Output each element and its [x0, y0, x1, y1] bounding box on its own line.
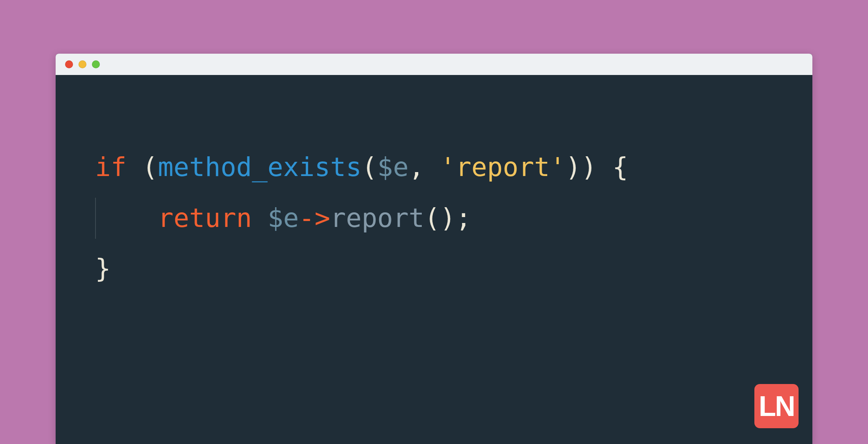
titlebar [56, 54, 812, 75]
variable-e: $e [377, 152, 408, 182]
method-report: report [330, 203, 424, 233]
open-paren: ( [126, 152, 157, 182]
code-editor: if (method_exists($e, 'report')) { retur… [56, 75, 812, 318]
indent [95, 203, 158, 233]
code-line-2: return $e->report(); [95, 193, 773, 244]
space [252, 203, 268, 233]
variable-e-2: $e [268, 203, 299, 233]
keyword-if: if [95, 152, 126, 182]
arrow-operator: -> [299, 203, 330, 233]
keyword-return: return [158, 203, 252, 233]
minimize-icon[interactable] [79, 60, 86, 68]
args-open: ( [362, 152, 378, 182]
indent-guide [95, 198, 96, 239]
open-brace: { [597, 152, 628, 182]
call-parens: (); [425, 203, 471, 233]
code-line-1: if (method_exists($e, 'report')) { [95, 142, 773, 193]
editor-window: if (method_exists($e, 'report')) { retur… [56, 54, 812, 444]
comma: , [409, 152, 440, 182]
function-name: method_exists [158, 152, 362, 182]
maximize-icon[interactable] [92, 60, 100, 68]
args-close: )) [565, 152, 597, 182]
close-icon[interactable] [65, 60, 73, 68]
code-line-3: } [95, 244, 773, 294]
logo-text: LN [759, 390, 794, 422]
string-report: 'report' [440, 152, 565, 182]
brand-logo: LN [754, 384, 799, 428]
close-brace: } [95, 253, 111, 284]
